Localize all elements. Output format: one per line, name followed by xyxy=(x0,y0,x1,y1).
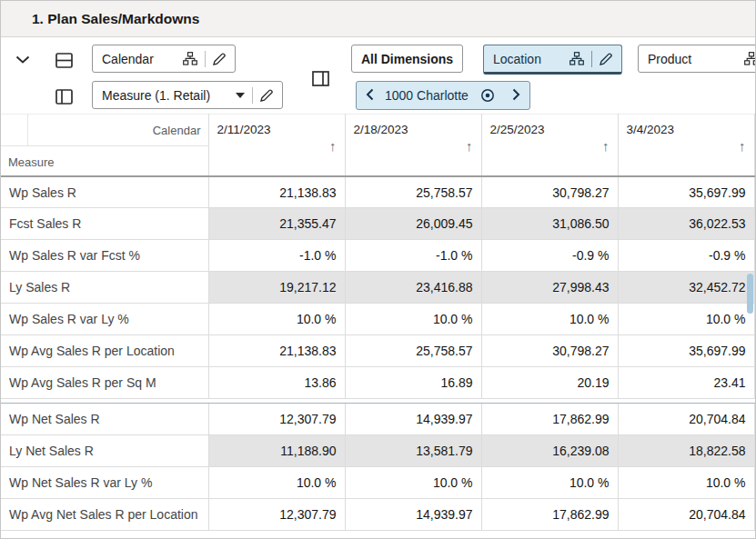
location-tile-button[interactable]: Location xyxy=(483,45,622,75)
value-cell[interactable]: 30,798.27 xyxy=(481,335,618,367)
edit-pencil-icon[interactable] xyxy=(260,89,273,102)
product-tile-button[interactable]: Product xyxy=(638,45,756,73)
value-cell[interactable]: -1.0 % xyxy=(208,240,345,272)
calendar-tile-label: Calendar xyxy=(102,52,154,66)
current-position-label: 1000 Charlotte xyxy=(383,88,472,103)
value-cell[interactable]: 10.0 % xyxy=(345,304,481,335)
value-cell[interactable]: 20.19 xyxy=(481,367,618,399)
column-date-label: 2/11/2023 xyxy=(217,123,271,136)
value-cell[interactable]: 10.0 % xyxy=(481,304,618,335)
value-cell[interactable]: 10.0 % xyxy=(208,467,345,499)
target-icon[interactable] xyxy=(472,88,503,103)
measure-row-label[interactable]: Wp Net Sales R xyxy=(1,404,208,435)
sort-ascending-icon[interactable]: ↑ xyxy=(739,138,746,154)
table-row: Wp Net Sales R var Ly %10.0 %10.0 %10.0 … xyxy=(1,467,754,499)
column-axis-layout-icon[interactable] xyxy=(54,87,75,106)
value-cell[interactable]: 19,217.12 xyxy=(208,272,345,304)
value-cell[interactable]: 26,009.45 xyxy=(345,208,481,240)
column-header[interactable]: 2/25/2023↑ xyxy=(481,115,618,176)
value-cell[interactable]: 10.0 % xyxy=(618,467,754,499)
value-cell[interactable]: 10.0 % xyxy=(208,304,345,335)
value-cell[interactable]: 12,307.79 xyxy=(208,404,345,435)
value-cell[interactable]: 12,307.79 xyxy=(208,499,345,531)
column-dimension-label: Calendar xyxy=(28,115,208,145)
value-cell[interactable]: 25,758.57 xyxy=(345,335,481,367)
column-header[interactable]: 3/4/2023↑ xyxy=(618,115,754,176)
measure-row-label[interactable]: Wp Avg Sales R per Sq M xyxy=(1,367,208,399)
value-cell[interactable]: 23.41 xyxy=(618,367,754,399)
table-row: Ly Net Sales R11,188.9013,581.7916,239.0… xyxy=(1,435,754,467)
value-cell[interactable]: 17,862.99 xyxy=(481,404,618,435)
grid-header-row: Calendar Measure 2/11/2023↑2/18/2023↑2/2… xyxy=(1,115,754,176)
measure-tile-button[interactable]: Measure (1. Retail) xyxy=(92,81,283,109)
measure-row-label[interactable]: Wp Avg Net Sales R per Location xyxy=(1,499,208,531)
location-page-navigator: 1000 Charlotte xyxy=(356,81,530,110)
row-axis-layout-icon[interactable] xyxy=(54,51,75,70)
measure-row-label[interactable]: Wp Sales R var Ly % xyxy=(1,304,208,335)
value-cell[interactable]: 35,697.99 xyxy=(618,335,754,367)
measure-row-label[interactable]: Ly Net Sales R xyxy=(1,435,208,467)
table-row: Wp Sales R21,138.8325,758.5730,798.2735,… xyxy=(1,176,754,208)
chevron-down-icon xyxy=(15,53,30,66)
value-cell[interactable]: 13.86 xyxy=(208,367,345,399)
value-cell[interactable]: 10.0 % xyxy=(481,467,618,499)
value-cell[interactable]: 10.0 % xyxy=(618,304,754,335)
value-cell[interactable]: 10.0 % xyxy=(345,467,481,499)
show-pane-icon[interactable] xyxy=(310,69,331,88)
value-cell[interactable]: 21,138.83 xyxy=(208,176,345,208)
edit-pencil-icon[interactable] xyxy=(213,53,226,65)
value-cell[interactable]: 20,704.84 xyxy=(618,499,754,531)
value-cell[interactable]: 31,086.50 xyxy=(481,208,618,240)
calendar-tile-button[interactable]: Calendar xyxy=(92,45,236,73)
value-cell[interactable]: 36,022.53 xyxy=(618,208,754,240)
measure-row-label[interactable]: Wp Avg Sales R per Location xyxy=(1,335,208,367)
previous-page-button[interactable] xyxy=(357,82,383,109)
value-cell[interactable]: 21,138.83 xyxy=(208,335,345,367)
measure-row-label[interactable]: Ly Sales R xyxy=(1,272,208,304)
all-dimensions-button[interactable]: All Dimensions xyxy=(351,45,463,73)
measure-row-label[interactable]: Wp Sales R var Fcst % xyxy=(1,240,208,272)
measure-row-label[interactable]: Wp Net Sales R var Ly % xyxy=(1,467,208,499)
value-cell[interactable]: 16.89 xyxy=(345,367,481,399)
value-cell[interactable]: 32,452.72 xyxy=(618,272,754,304)
collapse-toolbar-button[interactable] xyxy=(14,51,32,68)
value-cell[interactable]: 14,939.97 xyxy=(345,404,481,435)
table-row: Ly Sales R19,217.1223,416.8827,998.4332,… xyxy=(1,272,754,304)
column-header[interactable]: 2/18/2023↑ xyxy=(345,115,481,176)
table-row: Wp Sales R var Ly %10.0 %10.0 %10.0 %10.… xyxy=(1,304,754,335)
value-cell[interactable]: 23,416.88 xyxy=(345,272,481,304)
value-cell[interactable]: 30,798.27 xyxy=(481,176,618,208)
value-cell[interactable]: 25,758.57 xyxy=(345,176,481,208)
value-cell[interactable]: 13,581.79 xyxy=(345,435,481,467)
divider xyxy=(205,51,206,67)
next-page-button[interactable] xyxy=(503,82,529,109)
measure-row-label[interactable]: Wp Sales R xyxy=(1,176,208,208)
value-cell[interactable]: 21,355.47 xyxy=(208,208,345,240)
chevron-left-icon xyxy=(366,88,374,104)
value-cell[interactable]: 35,697.99 xyxy=(618,176,754,208)
divider xyxy=(591,51,592,67)
edit-pencil-icon[interactable] xyxy=(600,53,612,65)
sort-ascending-icon[interactable]: ↑ xyxy=(466,138,473,154)
hierarchy-icon xyxy=(570,52,584,65)
value-cell[interactable]: 17,862.99 xyxy=(481,499,618,531)
value-cell[interactable]: 11,188.90 xyxy=(208,435,345,467)
pivot-grid: Calendar Measure 2/11/2023↑2/18/2023↑2/2… xyxy=(1,114,755,531)
value-cell[interactable]: -0.9 % xyxy=(618,240,754,272)
value-cell[interactable]: -0.9 % xyxy=(481,240,618,272)
column-header[interactable]: 2/11/2023↑ xyxy=(208,115,345,176)
sort-ascending-icon[interactable]: ↑ xyxy=(329,138,337,154)
vertical-scrollbar-thumb[interactable] xyxy=(747,274,753,314)
sort-ascending-icon[interactable]: ↑ xyxy=(602,138,610,154)
value-cell[interactable]: 18,822.58 xyxy=(618,435,754,467)
value-cell[interactable]: 20,704.84 xyxy=(618,404,754,435)
table-row: Wp Sales R var Fcst %-1.0 %-1.0 %-0.9 %-… xyxy=(1,240,754,272)
measure-row-label[interactable]: Fcst Sales R xyxy=(1,208,208,240)
hierarchy-icon xyxy=(744,52,756,65)
value-cell[interactable]: 14,939.97 xyxy=(345,499,481,531)
measure-tile-label: Measure (1. Retail) xyxy=(102,88,210,103)
value-cell[interactable]: -1.0 % xyxy=(345,240,481,272)
value-cell[interactable]: 27,998.43 xyxy=(481,272,618,304)
value-cell[interactable]: 16,239.08 xyxy=(481,435,618,467)
column-date-label: 2/18/2023 xyxy=(354,123,408,136)
